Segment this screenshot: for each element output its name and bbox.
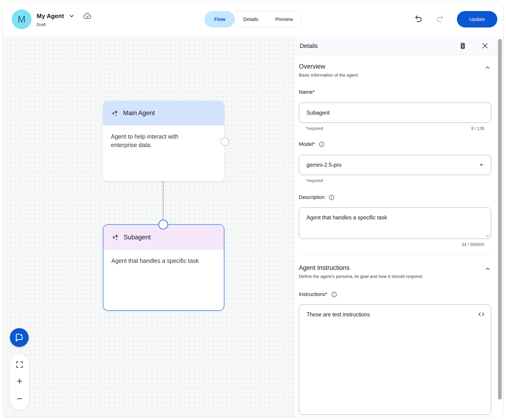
sparkle-icon — [111, 109, 119, 117]
model-required-note: *required — [306, 178, 323, 183]
description-value: Agent that handles a specific task — [306, 214, 387, 220]
zoom-in-button[interactable]: + — [17, 376, 23, 386]
top-bar: M My Agent Draft Flo — [3, 2, 503, 37]
info-icon[interactable] — [328, 194, 335, 201]
close-icon[interactable] — [481, 42, 489, 50]
cloud-saved-icon — [83, 11, 92, 21]
section-divider — [299, 254, 491, 255]
zoom-out-button[interactable]: − — [17, 394, 23, 404]
info-icon[interactable] — [319, 141, 325, 147]
model-selected-value: gemini-2.5-pro — [306, 162, 341, 168]
connector-port-right[interactable] — [220, 137, 229, 146]
sparkle-icon — [111, 233, 119, 241]
view-switcher: Flow Details Preview — [205, 11, 302, 27]
name-input[interactable]: Subagent — [299, 103, 491, 123]
canvas-zoom-controls: + − — [10, 354, 29, 410]
update-button[interactable]: Update — [457, 11, 497, 27]
tab-preview[interactable]: Preview — [267, 11, 301, 27]
chat-sparkle-icon — [14, 332, 24, 343]
instructions-value: These are test instructions — [306, 312, 370, 318]
description-char-counter: 34 / 500000 — [462, 242, 484, 247]
collapse-instructions-icon[interactable] — [484, 266, 491, 273]
chat-feedback-button[interactable] — [10, 328, 29, 347]
description-textarea[interactable]: Agent that handles a specific task — [299, 207, 491, 239]
model-label: Model* — [299, 141, 315, 147]
fit-screen-icon[interactable] — [15, 360, 24, 369]
code-editor-icon[interactable] — [477, 310, 485, 318]
avatar: M — [12, 9, 32, 29]
details-panel-header: Details — [294, 37, 503, 55]
node-subagent[interactable]: Subagent Agent that handles a specific t… — [103, 224, 224, 311]
app-window: M My Agent Draft Flo — [2, 2, 504, 418]
status-badge: Draft — [37, 22, 92, 27]
agent-name-title: My Agent — [37, 13, 64, 20]
details-panel-body: Overview Basic information of the agent … — [294, 62, 503, 418]
node-description: Agent to help interact with enterprise d… — [103, 126, 201, 156]
overview-heading: Overview — [299, 62, 358, 71]
agent-instructions-heading: Agent Instructions — [299, 264, 423, 272]
dropdown-arrow-icon — [478, 161, 485, 168]
instructions-label: Instructions* — [299, 291, 327, 297]
header-actions: Update — [414, 11, 497, 27]
description-label: Description — [299, 194, 325, 200]
panel-title: Details — [300, 42, 318, 49]
name-required-note: *required — [306, 126, 323, 131]
tab-flow[interactable]: Flow — [205, 11, 235, 27]
tab-details[interactable]: Details — [235, 11, 267, 27]
flow-canvas[interactable]: Main Agent Agent to help interact with e… — [3, 37, 294, 417]
edge-main-to-subagent — [163, 181, 164, 220]
resize-handle-icon[interactable] — [485, 233, 489, 237]
node-title: Subagent — [124, 234, 151, 241]
instructions-textarea[interactable]: These are test instructions — [299, 304, 491, 415]
connector-port-top[interactable] — [158, 220, 168, 229]
redo-icon[interactable] — [435, 14, 445, 24]
node-description: Agent that handles a specific task — [103, 250, 224, 272]
details-panel: Details — [294, 37, 503, 417]
overview-subtitle: Basic information of the agent — [299, 72, 358, 78]
node-main-agent[interactable]: Main Agent Agent to help interact with e… — [103, 101, 224, 181]
agent-instructions-subtitle: Define the agent's persona, its goal and… — [299, 273, 423, 280]
panel-scrollbar[interactable] — [498, 39, 502, 400]
delete-icon[interactable] — [459, 42, 467, 50]
collapse-overview-icon[interactable] — [484, 64, 491, 71]
name-char-counter: 8 / 128 — [471, 126, 484, 131]
name-label: Name* — [299, 89, 314, 95]
agent-info: M My Agent Draft — [12, 9, 92, 29]
chevron-down-icon[interactable] — [68, 13, 75, 20]
node-title: Main Agent — [123, 109, 155, 117]
info-icon[interactable] — [331, 291, 337, 298]
undo-icon[interactable] — [414, 14, 423, 24]
model-select[interactable]: gemini-2.5-pro — [299, 155, 491, 175]
